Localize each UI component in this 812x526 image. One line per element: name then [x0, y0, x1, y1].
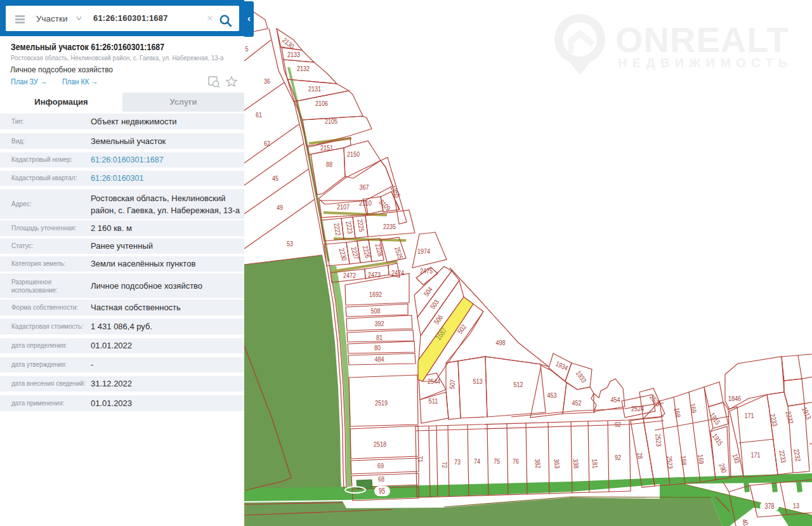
svg-text:61: 61 — [256, 111, 262, 119]
svg-text:452: 452 — [572, 399, 582, 407]
svg-text:72: 72 — [441, 461, 449, 468]
svg-text:2523: 2523 — [654, 433, 663, 447]
svg-text:513: 513 — [473, 378, 483, 385]
svg-text:62: 62 — [264, 140, 270, 147]
svg-text:74: 74 — [474, 457, 480, 465]
svg-text:382: 382 — [534, 459, 542, 469]
svg-text:1974: 1974 — [417, 247, 430, 255]
svg-text:80: 80 — [374, 344, 381, 352]
svg-text:2544: 2544 — [428, 378, 440, 385]
svg-text:2474: 2474 — [391, 269, 404, 277]
svg-text:69: 69 — [377, 462, 384, 470]
svg-text:2524: 2524 — [631, 405, 644, 412]
svg-text:81: 81 — [376, 334, 383, 341]
svg-text:171: 171 — [751, 451, 761, 459]
svg-text:2106: 2106 — [315, 100, 328, 107]
svg-text:171: 171 — [745, 412, 754, 419]
svg-text:338: 338 — [572, 459, 580, 469]
svg-text:68: 68 — [378, 475, 384, 483]
svg-text:ONREALT: ONREALT — [615, 20, 789, 60]
svg-text:508: 508 — [371, 307, 381, 315]
svg-text:512: 512 — [514, 381, 523, 388]
svg-text:2133: 2133 — [287, 51, 300, 58]
svg-text:2473: 2473 — [368, 271, 381, 279]
svg-text:2150: 2150 — [347, 150, 360, 158]
svg-text:2475: 2475 — [420, 267, 433, 275]
svg-text:1692: 1692 — [369, 291, 382, 298]
svg-text:45: 45 — [272, 174, 278, 182]
svg-text:1846: 1846 — [728, 395, 741, 402]
svg-text:484: 484 — [375, 355, 384, 363]
svg-text:2110: 2110 — [359, 199, 372, 207]
svg-text:49: 49 — [277, 204, 283, 211]
svg-text:2523: 2523 — [665, 456, 674, 469]
svg-text:5: 5 — [246, 45, 249, 53]
svg-text:2131: 2131 — [308, 85, 321, 93]
svg-text:2132: 2132 — [297, 65, 310, 72]
svg-text:181: 181 — [591, 459, 599, 469]
svg-text:378: 378 — [765, 501, 775, 511]
svg-text:71: 71 — [417, 456, 425, 463]
svg-text:498: 498 — [496, 339, 506, 346]
svg-text:2235: 2235 — [383, 223, 396, 230]
svg-text:13: 13 — [793, 502, 799, 510]
svg-text:76: 76 — [513, 457, 519, 465]
svg-text:2472: 2472 — [343, 272, 356, 279]
svg-text:53: 53 — [287, 240, 293, 247]
svg-text:169: 169 — [697, 454, 705, 464]
svg-text:73: 73 — [454, 458, 461, 466]
svg-text:363: 363 — [553, 459, 561, 469]
svg-text:88: 88 — [326, 161, 332, 168]
svg-text:392: 392 — [375, 320, 384, 327]
svg-text:168: 168 — [679, 456, 688, 466]
svg-text:75: 75 — [494, 457, 500, 465]
svg-text:28: 28 — [636, 452, 645, 459]
svg-text:2105: 2105 — [325, 117, 337, 125]
svg-text:2518: 2518 — [374, 440, 386, 448]
svg-text:168: 168 — [673, 407, 682, 418]
svg-text:36: 36 — [264, 77, 270, 85]
svg-text:92: 92 — [615, 421, 621, 428]
svg-text:НЕДВИЖИМОСТЬ: НЕДВИЖИМОСТЬ — [618, 56, 793, 70]
svg-text:92: 92 — [615, 454, 621, 461]
svg-text:169: 169 — [689, 403, 698, 414]
svg-text:511: 511 — [429, 397, 438, 405]
svg-text:454: 454 — [611, 396, 620, 404]
svg-text:2519: 2519 — [375, 399, 388, 407]
svg-text:367: 367 — [360, 183, 369, 191]
svg-text:95: 95 — [379, 486, 385, 496]
svg-text:2107: 2107 — [337, 203, 350, 211]
svg-text:507: 507 — [448, 379, 456, 390]
svg-text:453: 453 — [547, 391, 557, 399]
svg-text:2151: 2151 — [320, 144, 333, 152]
